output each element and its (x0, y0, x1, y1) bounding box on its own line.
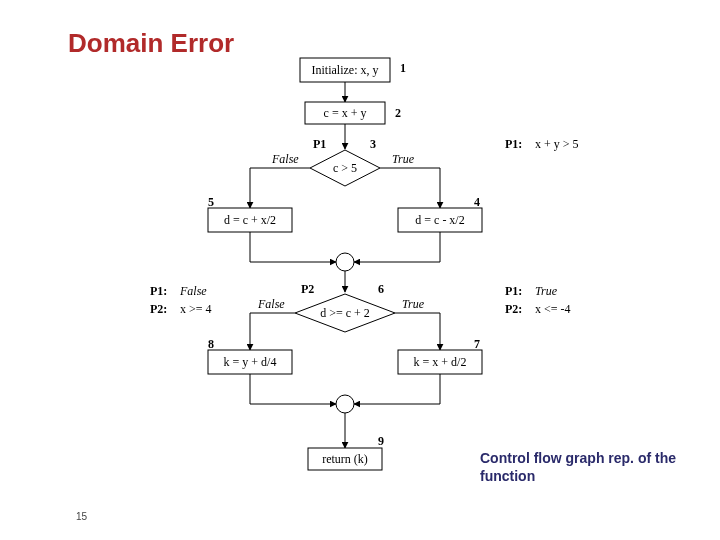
merge-2-circle (336, 395, 354, 413)
anno-right-p1-val: True (535, 284, 558, 298)
node-3-label: c > 5 (333, 161, 357, 175)
node-6-label: d >= c + 2 (320, 306, 370, 320)
node-8-id: 8 (208, 337, 214, 351)
flowchart-svg: Initialize: x, y 1 c = x + y 2 P1 3 c > … (0, 0, 720, 540)
predicate-p2-label: P2 (301, 282, 314, 296)
node-5-id: 5 (208, 195, 214, 209)
edge-6-8-label: False (257, 297, 285, 311)
node-5-label: d = c + x/2 (224, 213, 276, 227)
node-8-label: k = y + d/4 (224, 355, 277, 369)
edge-3-5-label: False (271, 152, 299, 166)
node-4-label: d = c - x/2 (415, 213, 464, 227)
edge-3-4-label: True (392, 152, 415, 166)
node-4-id: 4 (474, 195, 480, 209)
anno-left-p1-val: False (179, 284, 207, 298)
node-2-id: 2 (395, 106, 401, 120)
node-1-id: 1 (400, 61, 406, 75)
node-7-id: 7 (474, 337, 480, 351)
anno-left-p2: P2: (150, 302, 167, 316)
node-2-label: c = x + y (324, 106, 367, 120)
anno-left-p1: P1: (150, 284, 167, 298)
node-9-id: 9 (378, 434, 384, 448)
anno-right-p2: P2: (505, 302, 522, 316)
node-1-label: Initialize: x, y (312, 63, 379, 77)
node-3-id: 3 (370, 137, 376, 151)
anno-right-p2-expr: x <= -4 (535, 302, 571, 316)
merge-1-circle (336, 253, 354, 271)
anno-right-p1: P1: (505, 284, 522, 298)
node-9-label: return (k) (322, 452, 368, 466)
anno-right-top-p1-expr: x + y > 5 (535, 137, 579, 151)
anno-left-p2-expr: x >= 4 (180, 302, 212, 316)
predicate-p1-label: P1 (313, 137, 326, 151)
node-7-label: k = x + d/2 (414, 355, 467, 369)
edge-6-7-label: True (402, 297, 425, 311)
anno-right-top-p1: P1: (505, 137, 522, 151)
node-6-id: 6 (378, 282, 384, 296)
